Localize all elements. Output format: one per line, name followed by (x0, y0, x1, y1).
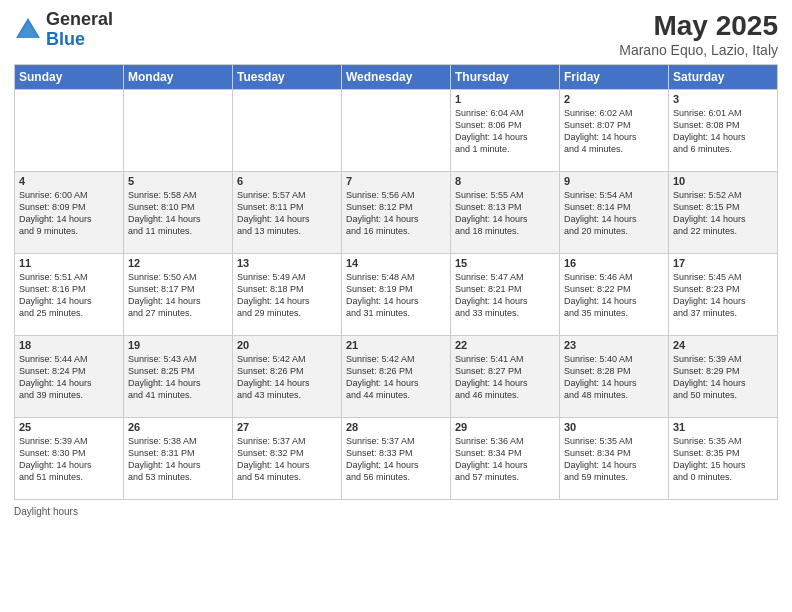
footer: Daylight hours (14, 506, 778, 517)
day-number: 3 (673, 93, 773, 105)
day-number: 6 (237, 175, 337, 187)
day-number: 27 (237, 421, 337, 433)
day-number: 17 (673, 257, 773, 269)
cell-content: Sunrise: 5:39 AM Sunset: 8:30 PM Dayligh… (19, 435, 119, 484)
logo-icon (14, 16, 42, 44)
calendar-header-sunday: Sunday (15, 65, 124, 90)
calendar-header-saturday: Saturday (669, 65, 778, 90)
day-number: 16 (564, 257, 664, 269)
day-number: 29 (455, 421, 555, 433)
logo-text: General Blue (46, 10, 113, 50)
cell-content: Sunrise: 6:00 AM Sunset: 8:09 PM Dayligh… (19, 189, 119, 238)
logo-blue-text: Blue (46, 29, 85, 49)
cell-content: Sunrise: 5:47 AM Sunset: 8:21 PM Dayligh… (455, 271, 555, 320)
day-number: 20 (237, 339, 337, 351)
calendar-week-row: 11Sunrise: 5:51 AM Sunset: 8:16 PM Dayli… (15, 254, 778, 336)
cell-content: Sunrise: 5:42 AM Sunset: 8:26 PM Dayligh… (346, 353, 446, 402)
calendar-cell: 15Sunrise: 5:47 AM Sunset: 8:21 PM Dayli… (451, 254, 560, 336)
calendar-header-monday: Monday (124, 65, 233, 90)
calendar-cell: 12Sunrise: 5:50 AM Sunset: 8:17 PM Dayli… (124, 254, 233, 336)
cell-content: Sunrise: 5:43 AM Sunset: 8:25 PM Dayligh… (128, 353, 228, 402)
day-number: 1 (455, 93, 555, 105)
calendar-week-row: 25Sunrise: 5:39 AM Sunset: 8:30 PM Dayli… (15, 418, 778, 500)
day-number: 4 (19, 175, 119, 187)
calendar-cell: 31Sunrise: 5:35 AM Sunset: 8:35 PM Dayli… (669, 418, 778, 500)
day-number: 18 (19, 339, 119, 351)
cell-content: Sunrise: 5:42 AM Sunset: 8:26 PM Dayligh… (237, 353, 337, 402)
calendar-cell: 5Sunrise: 5:58 AM Sunset: 8:10 PM Daylig… (124, 172, 233, 254)
logo: General Blue (14, 10, 113, 50)
subtitle: Marano Equo, Lazio, Italy (619, 42, 778, 58)
cell-content: Sunrise: 6:04 AM Sunset: 8:06 PM Dayligh… (455, 107, 555, 156)
cell-content: Sunrise: 5:36 AM Sunset: 8:34 PM Dayligh… (455, 435, 555, 484)
day-number: 7 (346, 175, 446, 187)
calendar-week-row: 4Sunrise: 6:00 AM Sunset: 8:09 PM Daylig… (15, 172, 778, 254)
calendar-week-row: 18Sunrise: 5:44 AM Sunset: 8:24 PM Dayli… (15, 336, 778, 418)
calendar-header-friday: Friday (560, 65, 669, 90)
day-number: 26 (128, 421, 228, 433)
calendar-cell: 3Sunrise: 6:01 AM Sunset: 8:08 PM Daylig… (669, 90, 778, 172)
calendar-cell: 18Sunrise: 5:44 AM Sunset: 8:24 PM Dayli… (15, 336, 124, 418)
day-number: 8 (455, 175, 555, 187)
cell-content: Sunrise: 5:46 AM Sunset: 8:22 PM Dayligh… (564, 271, 664, 320)
cell-content: Sunrise: 5:40 AM Sunset: 8:28 PM Dayligh… (564, 353, 664, 402)
day-number: 10 (673, 175, 773, 187)
day-number: 23 (564, 339, 664, 351)
calendar-cell: 4Sunrise: 6:00 AM Sunset: 8:09 PM Daylig… (15, 172, 124, 254)
cell-content: Sunrise: 6:01 AM Sunset: 8:08 PM Dayligh… (673, 107, 773, 156)
calendar-cell: 22Sunrise: 5:41 AM Sunset: 8:27 PM Dayli… (451, 336, 560, 418)
calendar-cell: 30Sunrise: 5:35 AM Sunset: 8:34 PM Dayli… (560, 418, 669, 500)
calendar-header-wednesday: Wednesday (342, 65, 451, 90)
day-number: 11 (19, 257, 119, 269)
calendar-cell (342, 90, 451, 172)
cell-content: Sunrise: 5:35 AM Sunset: 8:35 PM Dayligh… (673, 435, 773, 484)
calendar-header-row: SundayMondayTuesdayWednesdayThursdayFrid… (15, 65, 778, 90)
day-number: 22 (455, 339, 555, 351)
cell-content: Sunrise: 5:49 AM Sunset: 8:18 PM Dayligh… (237, 271, 337, 320)
calendar-cell: 25Sunrise: 5:39 AM Sunset: 8:30 PM Dayli… (15, 418, 124, 500)
cell-content: Sunrise: 5:35 AM Sunset: 8:34 PM Dayligh… (564, 435, 664, 484)
page: General Blue May 2025 Marano Equo, Lazio… (0, 0, 792, 612)
cell-content: Sunrise: 5:58 AM Sunset: 8:10 PM Dayligh… (128, 189, 228, 238)
day-number: 2 (564, 93, 664, 105)
calendar-cell: 13Sunrise: 5:49 AM Sunset: 8:18 PM Dayli… (233, 254, 342, 336)
calendar-cell: 26Sunrise: 5:38 AM Sunset: 8:31 PM Dayli… (124, 418, 233, 500)
day-number: 21 (346, 339, 446, 351)
calendar-cell: 28Sunrise: 5:37 AM Sunset: 8:33 PM Dayli… (342, 418, 451, 500)
cell-content: Sunrise: 5:44 AM Sunset: 8:24 PM Dayligh… (19, 353, 119, 402)
cell-content: Sunrise: 5:52 AM Sunset: 8:15 PM Dayligh… (673, 189, 773, 238)
day-number: 31 (673, 421, 773, 433)
cell-content: Sunrise: 5:41 AM Sunset: 8:27 PM Dayligh… (455, 353, 555, 402)
day-number: 13 (237, 257, 337, 269)
main-title: May 2025 (619, 10, 778, 42)
day-number: 5 (128, 175, 228, 187)
calendar-cell: 7Sunrise: 5:56 AM Sunset: 8:12 PM Daylig… (342, 172, 451, 254)
calendar-cell: 14Sunrise: 5:48 AM Sunset: 8:19 PM Dayli… (342, 254, 451, 336)
calendar-header-tuesday: Tuesday (233, 65, 342, 90)
cell-content: Sunrise: 5:39 AM Sunset: 8:29 PM Dayligh… (673, 353, 773, 402)
calendar-header-thursday: Thursday (451, 65, 560, 90)
cell-content: Sunrise: 5:45 AM Sunset: 8:23 PM Dayligh… (673, 271, 773, 320)
cell-content: Sunrise: 5:37 AM Sunset: 8:33 PM Dayligh… (346, 435, 446, 484)
calendar-cell (124, 90, 233, 172)
calendar-cell: 24Sunrise: 5:39 AM Sunset: 8:29 PM Dayli… (669, 336, 778, 418)
calendar-cell: 8Sunrise: 5:55 AM Sunset: 8:13 PM Daylig… (451, 172, 560, 254)
calendar-cell: 21Sunrise: 5:42 AM Sunset: 8:26 PM Dayli… (342, 336, 451, 418)
day-number: 14 (346, 257, 446, 269)
calendar-cell: 23Sunrise: 5:40 AM Sunset: 8:28 PM Dayli… (560, 336, 669, 418)
cell-content: Sunrise: 5:55 AM Sunset: 8:13 PM Dayligh… (455, 189, 555, 238)
cell-content: Sunrise: 6:02 AM Sunset: 8:07 PM Dayligh… (564, 107, 664, 156)
cell-content: Sunrise: 5:37 AM Sunset: 8:32 PM Dayligh… (237, 435, 337, 484)
calendar-cell: 20Sunrise: 5:42 AM Sunset: 8:26 PM Dayli… (233, 336, 342, 418)
calendar-cell (15, 90, 124, 172)
day-number: 30 (564, 421, 664, 433)
calendar-cell: 2Sunrise: 6:02 AM Sunset: 8:07 PM Daylig… (560, 90, 669, 172)
calendar-cell: 9Sunrise: 5:54 AM Sunset: 8:14 PM Daylig… (560, 172, 669, 254)
cell-content: Sunrise: 5:56 AM Sunset: 8:12 PM Dayligh… (346, 189, 446, 238)
calendar-cell: 11Sunrise: 5:51 AM Sunset: 8:16 PM Dayli… (15, 254, 124, 336)
calendar-cell: 10Sunrise: 5:52 AM Sunset: 8:15 PM Dayli… (669, 172, 778, 254)
header: General Blue May 2025 Marano Equo, Lazio… (14, 10, 778, 58)
calendar-cell: 6Sunrise: 5:57 AM Sunset: 8:11 PM Daylig… (233, 172, 342, 254)
cell-content: Sunrise: 5:48 AM Sunset: 8:19 PM Dayligh… (346, 271, 446, 320)
day-number: 24 (673, 339, 773, 351)
